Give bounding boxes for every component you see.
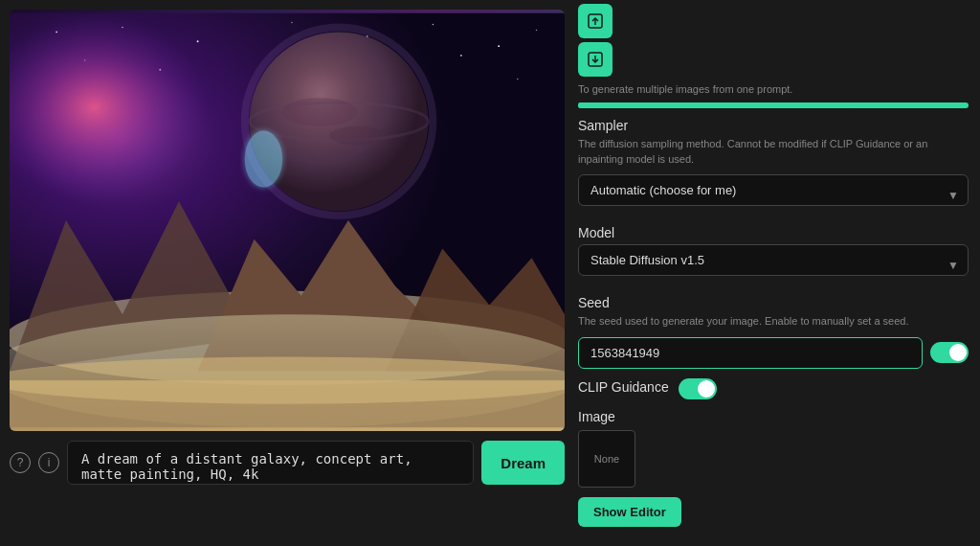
svg-point-8 xyxy=(536,30,537,31)
svg-point-11 xyxy=(460,55,462,57)
svg-point-20 xyxy=(245,131,282,188)
svg-point-27 xyxy=(10,357,565,404)
action-buttons-row xyxy=(578,4,969,77)
bottom-bar: ? i Dream xyxy=(10,431,565,494)
generated-image-container xyxy=(10,10,565,431)
clip-guidance-label: CLIP Guidance xyxy=(578,379,669,395)
model-label: Model xyxy=(578,225,969,240)
svg-point-6 xyxy=(433,24,434,26)
svg-point-17 xyxy=(282,98,358,125)
image-section: Image None xyxy=(578,409,969,497)
seed-description: The seed used to generate your image. En… xyxy=(578,314,969,329)
sampler-dropdown-wrapper: Automatic (choose for me) DDIM DPM++ 2M … xyxy=(578,174,969,216)
main-layout: ? i Dream xyxy=(0,0,980,546)
svg-point-3 xyxy=(197,40,199,42)
left-panel: ? i Dream xyxy=(0,0,574,546)
seed-label: Seed xyxy=(578,295,969,310)
show-editor-button[interactable]: Show Editor xyxy=(578,497,681,527)
clip-guidance-section: CLIP Guidance xyxy=(578,378,969,399)
clip-guidance-toggle[interactable] xyxy=(679,378,717,399)
svg-point-12 xyxy=(517,79,518,80)
image-section-label: Image xyxy=(578,409,969,424)
slider-description: To generate multiple images from one pro… xyxy=(578,82,969,97)
slider-track[interactable] xyxy=(578,102,969,108)
sampler-section: Sampler The diffusion sampling method. C… xyxy=(578,118,969,225)
model-dropdown-wrapper: Stable Diffusion v1.5 Stable Diffusion v… xyxy=(578,244,969,285)
prompt-input[interactable] xyxy=(67,441,474,485)
help-icons: ? i xyxy=(10,452,59,473)
generated-image xyxy=(10,10,565,431)
image-placeholder-text: None xyxy=(594,453,619,465)
sampler-description: The diffusion sampling method. Cannot be… xyxy=(578,137,969,167)
seed-row xyxy=(578,337,969,369)
seed-input[interactable] xyxy=(578,337,923,369)
image-upload-box[interactable]: None xyxy=(578,430,635,488)
seed-toggle-knob xyxy=(949,344,967,361)
seed-section: Seed The seed used to generate your imag… xyxy=(578,295,969,377)
dream-button[interactable]: Dream xyxy=(481,441,565,485)
download-button[interactable] xyxy=(578,42,612,77)
seed-toggle[interactable] xyxy=(930,342,969,363)
sampler-label: Sampler xyxy=(578,118,969,133)
model-dropdown[interactable]: Stable Diffusion v1.5 Stable Diffusion v… xyxy=(578,244,969,276)
info-help-icon[interactable]: i xyxy=(38,452,59,473)
model-section: Model Stable Diffusion v1.5 Stable Diffu… xyxy=(578,225,969,295)
clip-toggle-knob xyxy=(698,380,715,398)
batch-slider-section: To generate multiple images from one pro… xyxy=(578,82,969,108)
question-help-icon[interactable]: ? xyxy=(10,452,31,473)
sampler-dropdown[interactable]: Automatic (choose for me) DDIM DPM++ 2M … xyxy=(578,174,969,206)
svg-point-18 xyxy=(329,126,386,146)
right-panel: To generate multiple images from one pro… xyxy=(574,0,980,546)
svg-point-4 xyxy=(291,22,292,23)
svg-point-7 xyxy=(498,45,500,47)
export-button[interactable] xyxy=(578,4,612,38)
